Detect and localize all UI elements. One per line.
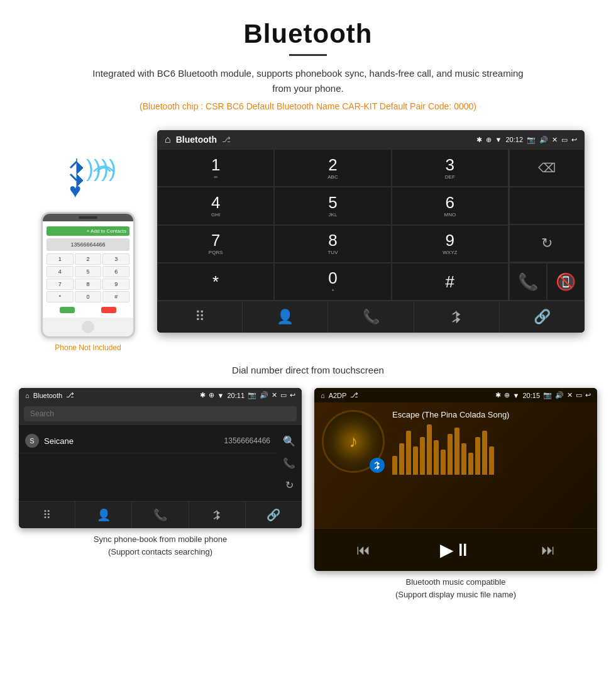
dial-number-9: 9 [446,232,454,248]
phonebook-caption-line1: Sync phone-book from mobile phone [94,534,227,544]
contact-row[interactable]: S Seicane 13566664466 [19,429,277,453]
phone-key-6[interactable]: 6 [102,266,129,277]
nav-bluetooth-button[interactable] [414,301,500,333]
dial-number-star: * [212,274,219,290]
contact-name: Seicane [44,436,224,446]
phone-call-button[interactable] [60,307,75,313]
pb-dialpad-icon: ⠿ [43,508,51,522]
pb-nav-link[interactable]: 🔗 [246,502,302,528]
contacts-icon: 👤 [277,309,294,325]
pb-title-label: Bluetooth [33,392,62,399]
prev-track-button[interactable]: ⏮ [353,539,373,562]
pb-link-icon: 🔗 [267,508,280,522]
phone-key-7[interactable]: 7 [47,279,74,290]
pb-time-display: 20:11 [227,392,245,399]
dial-key-2[interactable]: 2 ABC [274,149,391,187]
next-track-button[interactable]: ⏭ [538,539,558,562]
dial-key-7[interactable]: 7 PQRS [157,225,274,263]
dial-key-3[interactable]: 3 DEF [392,149,509,187]
dial-key-1[interactable]: 1 ∞ [157,149,274,187]
back-icon[interactable]: ↩ [571,136,577,144]
pb-home-icon[interactable]: ⌂ [25,392,30,399]
usb-icon: ⎇ [222,135,231,144]
pb-calls-icon: 📞 [153,508,167,522]
visualizer-bar [475,437,480,475]
dial-number-7: 7 [211,232,220,248]
music-close-icon[interactable]: ✕ [567,391,573,399]
nav-calls-button[interactable]: 📞 [328,301,414,333]
answer-call-button[interactable]: 📞 [509,263,547,301]
music-back-icon[interactable]: ↩ [585,391,591,399]
phone-key-5[interactable]: 5 [75,266,102,277]
album-art-wrapper: ♪ [322,410,385,473]
pb-status-right: ✱ ⊕ ▼ 20:11 📷 🔊 ✕ ▭ ↩ [200,391,295,399]
nav-link-button[interactable]: 🔗 [500,301,585,333]
dial-key-4[interactable]: 4 GHI [157,187,274,224]
svg-line-7 [214,511,217,513]
music-title-label: A2DP [329,392,347,399]
close-icon[interactable]: ✕ [552,136,558,144]
phone-key-hash[interactable]: # [102,291,129,302]
phone-key-2[interactable]: 2 [75,253,102,265]
side-top: ⌫ ↻ [509,149,585,262]
dial-key-star[interactable]: * [157,263,274,301]
svg-line-2 [70,174,77,180]
phone-key-4[interactable]: 4 [47,266,74,277]
pb-close-icon[interactable]: ✕ [272,391,277,399]
phone-key-9[interactable]: 9 [102,279,129,290]
phone-key-1[interactable]: 1 [47,253,74,265]
dial-sub-0: + [331,287,334,293]
phone-key-0[interactable]: 0 [75,291,102,302]
music-status-right: ✱ ⊕ ▼ 20:15 📷 🔊 ✕ ▭ ↩ [495,391,591,399]
nav-contacts-button[interactable]: 👤 [243,301,328,333]
dialpad-side: ⌫ ↻ 📞 📵 [509,149,585,301]
pb-nav-dialpad[interactable]: ⠿ [19,502,75,528]
home-icon[interactable]: ⌂ [165,134,171,145]
backspace-key[interactable]: ⌫ [509,149,585,187]
pb-nav-calls[interactable]: 📞 [132,502,189,528]
bluetooth-wave-icon: )))) ♥ [63,155,113,206]
visualizer-bar [448,434,453,475]
dial-key-9[interactable]: 9 WXYZ [392,225,509,263]
visualizer-bar [420,437,425,475]
visualizer-bar [489,446,494,475]
car-dial-screen: ⌂ Bluetooth ⎇ ✱ ⊕ ▼ 20:12 📷 🔊 ✕ ▭ ↩ 1 [157,130,585,333]
phone-key-star[interactable]: * [47,291,74,302]
call-red-icon: 📵 [556,272,576,292]
phone-dial-grid: 1 2 3 4 5 6 7 8 9 * 0 # [47,253,129,302]
nav-dialpad-button[interactable]: ⠿ [157,301,243,333]
dial-key-8[interactable]: 8 TUV [274,225,391,263]
pb-back-icon[interactable]: ↩ [290,391,295,399]
visualizer-bar [468,453,473,475]
phone-end-button[interactable] [101,307,116,313]
dial-key-5[interactable]: 5 JKL [274,187,391,224]
svg-line-10 [375,462,377,464]
pb-search-side-icon[interactable]: 🔍 [278,430,300,452]
pb-location-icon: ⊕ [209,391,214,399]
pb-usb-icon: ⎇ [66,391,74,399]
end-call-button[interactable]: 📵 [547,263,585,301]
music-time-display: 20:15 [522,392,540,399]
dial-key-6[interactable]: 6 MNO [392,187,509,224]
pb-search-input[interactable] [24,406,297,421]
pb-refresh-side-icon[interactable]: ↻ [280,474,299,496]
dial-key-hash[interactable]: # [392,263,509,301]
dial-number-6: 6 [446,194,454,211]
phone-home-button[interactable] [82,321,94,333]
play-pause-button[interactable]: ▶⏸ [437,536,475,563]
pb-call-side-icon[interactable]: 📞 [278,452,300,474]
phone-key-3[interactable]: 3 [102,253,129,265]
page-title: Bluetooth [13,19,603,49]
visualizer-bar [392,456,397,475]
svg-line-5 [453,319,456,322]
refresh-key[interactable]: ↻ [509,224,585,262]
phone-key-8[interactable]: 8 [75,279,102,290]
pb-content: S Seicane 13566664466 🔍 📞 ↻ [19,425,302,501]
music-home-icon[interactable]: ⌂ [321,392,325,399]
pb-nav-contacts[interactable]: 👤 [75,502,132,528]
svg-line-1 [70,162,77,168]
link-icon: 🔗 [534,309,551,325]
pb-nav-bt[interactable] [189,502,246,528]
car-status-bar: ⌂ Bluetooth ⎇ ✱ ⊕ ▼ 20:12 📷 🔊 ✕ ▭ ↩ [157,130,585,149]
dial-key-0[interactable]: 0 + [274,263,391,301]
